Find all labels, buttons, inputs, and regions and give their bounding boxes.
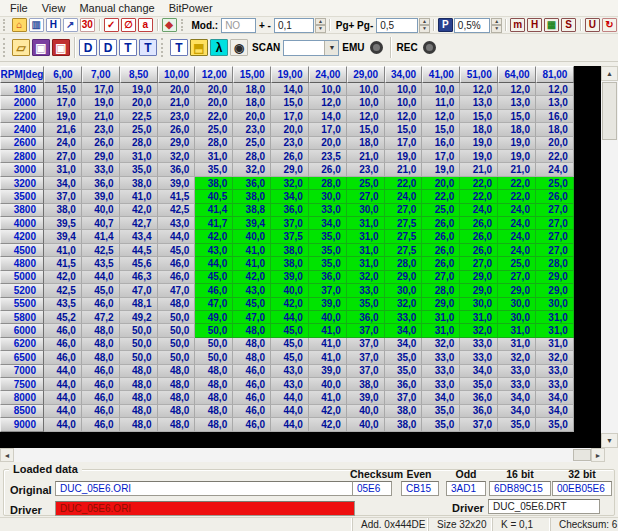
scroll-right-icon[interactable]: ► (591, 448, 605, 462)
grid-cell[interactable]: 45,0 (271, 351, 309, 364)
grid-cell[interactable]: 19,0 (460, 137, 498, 150)
cancel-forbid-icon[interactable]: ∅ (121, 18, 136, 32)
graph-icon[interactable]: ↗ (63, 18, 78, 32)
grid-cell[interactable]: 22,0 (536, 150, 574, 163)
grid-cell[interactable]: 48,0 (158, 418, 196, 431)
grid-cell[interactable]: 46,0 (82, 405, 120, 418)
grid-cell[interactable]: 26,0 (536, 190, 574, 203)
grid-cell[interactable]: 48,0 (120, 391, 158, 404)
grid-cell[interactable]: 34,0 (460, 365, 498, 378)
menu-item-manual-change[interactable]: Manual change (73, 1, 162, 15)
spin-down-icon[interactable]: ▼ (419, 25, 430, 33)
grid-cell[interactable]: 34,0 (309, 217, 347, 230)
grid-cell[interactable]: 31,0 (347, 244, 385, 257)
color-arrow-icon[interactable]: ◆ (162, 18, 177, 32)
grid-cell[interactable]: 25,0 (347, 177, 385, 190)
grid-cell[interactable]: 46,0 (44, 324, 82, 337)
grid-cell[interactable]: 19,0 (82, 96, 120, 109)
grid-cell[interactable]: 19,0 (385, 150, 423, 163)
grid-cell[interactable]: 27,0 (385, 204, 423, 217)
grid-cell[interactable]: 15,0 (44, 83, 82, 96)
grid-cell[interactable]: 27,5 (385, 217, 423, 230)
grid-cell[interactable]: 10,0 (422, 83, 460, 96)
grid-cell[interactable]: 40,0 (309, 378, 347, 391)
grid-cell[interactable]: 17,0 (82, 83, 120, 96)
grid-cell[interactable]: 33,0 (460, 338, 498, 351)
original-file-field[interactable]: DUC_05E6.ORI (55, 481, 355, 496)
grid-cell[interactable]: 43,4 (120, 230, 158, 243)
grid-cell[interactable]: 37,0 (385, 391, 423, 404)
grid-cell[interactable]: 43,0 (271, 365, 309, 378)
column-header[interactable]: 81,00 (536, 66, 574, 83)
grid-cell[interactable]: 47,0 (158, 284, 196, 297)
driver-output-field[interactable]: DUC_05E6.DRT (488, 499, 600, 514)
grid-cell[interactable]: 10,0 (347, 96, 385, 109)
grid-cell[interactable]: 44,0 (271, 418, 309, 431)
grid-cell[interactable]: 32,0 (158, 150, 196, 163)
grid-cell[interactable]: 22,0 (498, 177, 536, 190)
grid-cell[interactable]: 39,0 (309, 365, 347, 378)
grid-cell[interactable]: 20,0 (536, 137, 574, 150)
grid-cell[interactable]: 29,0 (82, 150, 120, 163)
grid-cell[interactable]: 38,0 (385, 405, 423, 418)
grid-cell[interactable]: 29,0 (385, 271, 423, 284)
checksum-value-field[interactable]: 3AD1 (446, 481, 486, 496)
grid-cell[interactable]: 24,0 (498, 217, 536, 230)
grid-cell[interactable]: 17,0 (385, 137, 423, 150)
grid-cell[interactable]: 48,0 (120, 378, 158, 391)
grid-cell[interactable]: 22,0 (460, 177, 498, 190)
grid-cell[interactable]: 17,0 (422, 150, 460, 163)
chevron-down-icon[interactable]: ▼ (324, 41, 338, 55)
grid-cell[interactable]: 39,0 (82, 190, 120, 203)
grid-cell[interactable]: 40,7 (82, 217, 120, 230)
letter-a-icon[interactable]: a (138, 18, 153, 32)
grid-cell[interactable]: 34,0 (498, 391, 536, 404)
row-header[interactable]: 7000 (0, 365, 44, 378)
grid-cell[interactable]: 26,0 (271, 150, 309, 163)
grid-cell[interactable]: 26,0 (82, 137, 120, 150)
grid-cell[interactable]: 31,0 (422, 324, 460, 337)
grid-cell[interactable]: 33,0 (385, 311, 423, 324)
grid-cell[interactable]: 39,0 (309, 298, 347, 311)
grid-cell[interactable]: 20,0 (195, 83, 233, 96)
open-folder-icon[interactable]: ▱ (12, 39, 30, 56)
grid-cell[interactable]: 42,0 (309, 418, 347, 431)
grid-cell[interactable]: 22,0 (460, 190, 498, 203)
grid-cell[interactable]: 37,0 (347, 324, 385, 337)
column-header[interactable]: 34,00 (385, 66, 423, 83)
letter-h2-icon[interactable]: H (527, 18, 542, 32)
row-header[interactable]: 2200 (0, 110, 44, 123)
grid-cell[interactable]: 21,6 (44, 123, 82, 136)
column-header[interactable]: 6,00 (44, 66, 82, 83)
grid-cell[interactable]: 48,0 (158, 378, 196, 391)
grid-cell[interactable]: 48,0 (120, 365, 158, 378)
grid-cell[interactable]: 37,0 (309, 284, 347, 297)
grid-cell[interactable]: 21,0 (385, 163, 423, 176)
grid-cell[interactable]: 33,0 (422, 378, 460, 391)
grid-cell[interactable]: 32,0 (536, 351, 574, 364)
grid-cell[interactable]: 35,0 (422, 418, 460, 431)
grid-cell[interactable]: 38,0 (385, 418, 423, 431)
grid-cell[interactable]: 15,0 (460, 110, 498, 123)
grid-cell[interactable]: 35,0 (536, 418, 574, 431)
letter-s-icon[interactable]: S (561, 18, 576, 32)
grid-cell[interactable]: 50,0 (195, 351, 233, 364)
menu-item-view[interactable]: View (36, 1, 74, 15)
grid-cell[interactable]: 46,0 (82, 391, 120, 404)
grid-cell[interactable]: 38,8 (233, 204, 271, 217)
grid-cell[interactable]: 48,0 (120, 405, 158, 418)
grid-cell[interactable]: 29,0 (498, 284, 536, 297)
home-icon[interactable]: ⌂ (12, 18, 27, 32)
grid-cell[interactable]: 29,0 (158, 137, 196, 150)
grid-cell[interactable]: 31,0 (347, 230, 385, 243)
grid-cell[interactable]: 50,0 (158, 351, 196, 364)
grid-cell[interactable]: 26,0 (422, 257, 460, 270)
grid-cell[interactable]: 27,0 (422, 271, 460, 284)
grid-cell[interactable]: 48,0 (158, 365, 196, 378)
percent-30-icon[interactable]: 30 (80, 18, 95, 32)
grid-cell[interactable]: 22,0 (195, 110, 233, 123)
grid-cell[interactable]: 33,0 (422, 365, 460, 378)
grid-cell[interactable]: 25,0 (422, 204, 460, 217)
grid-cell[interactable]: 40,0 (309, 311, 347, 324)
grid-cell[interactable]: 34,0 (498, 405, 536, 418)
